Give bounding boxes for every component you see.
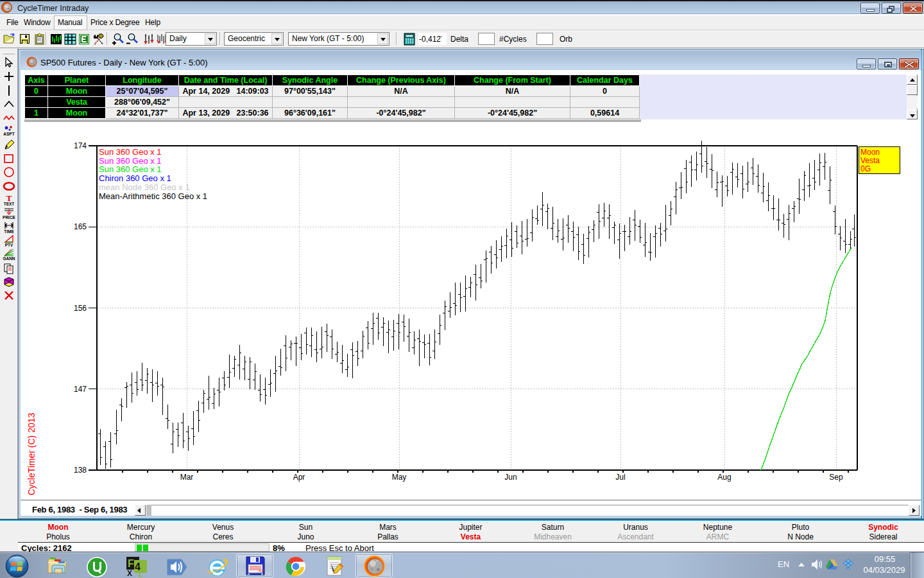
svg-text:165: 165	[74, 222, 87, 231]
svg-text:138: 138	[74, 466, 87, 475]
svg-text:PTV: PTV	[5, 243, 13, 247]
svg-text:GANN: GANN	[3, 256, 15, 261]
svg-text:-64-: -64-	[257, 569, 266, 574]
svg-text:Apr: Apr	[293, 473, 305, 482]
svg-text:Vesta: Vesta	[860, 156, 880, 165]
svg-text:F: F	[128, 558, 134, 569]
svg-text:174: 174	[74, 141, 87, 150]
svg-text:Jun: Jun	[504, 473, 517, 482]
svg-text:156: 156	[74, 304, 87, 313]
svg-text:May: May	[392, 473, 407, 482]
svg-text:Moon: Moon	[860, 148, 880, 157]
svg-text:PRICE: PRICE	[3, 215, 15, 220]
svg-text:X: X	[127, 569, 132, 577]
svg-text:ASPT: ASPT	[3, 132, 14, 136]
svg-text:TIME: TIME	[4, 229, 14, 234]
svg-text:TEXT: TEXT	[4, 202, 15, 206]
svg-text:Jul: Jul	[615, 473, 625, 482]
svg-text:Mean-Arithmetic 360 Geo x 1: Mean-Arithmetic 360 Geo x 1	[99, 191, 207, 201]
svg-text:Sep: Sep	[829, 473, 843, 482]
svg-text:147: 147	[74, 385, 87, 394]
svg-text:L: L	[139, 570, 143, 577]
svg-text:Mar: Mar	[180, 473, 194, 482]
svg-text:CycleTimer (C) 2013: CycleTimer (C) 2013	[26, 412, 37, 495]
svg-text:Aug: Aug	[717, 473, 731, 482]
svg-text:0G: 0G	[860, 164, 871, 173]
